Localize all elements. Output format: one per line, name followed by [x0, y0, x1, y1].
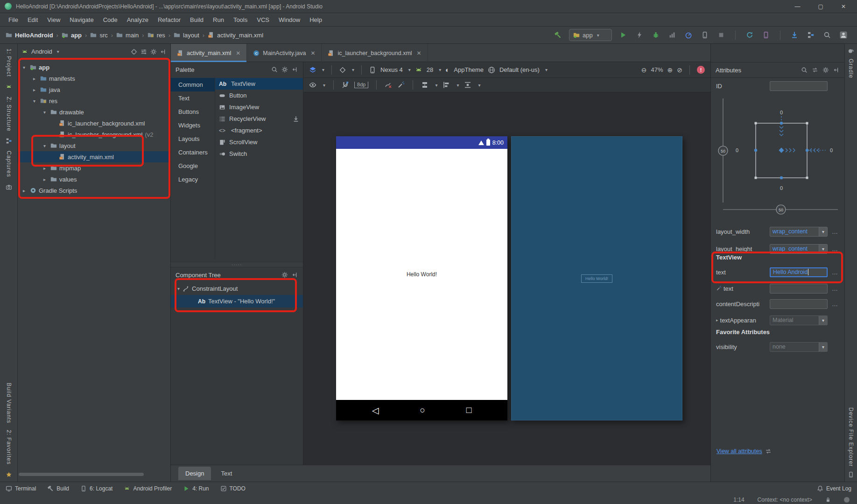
tree-item-manifests[interactable]: ▸ manifests: [18, 73, 170, 84]
chevron-down-icon[interactable]: ▾: [323, 83, 325, 88]
chevron-right-icon[interactable]: ▸: [21, 188, 28, 193]
chevron-down-icon[interactable]: ▾: [41, 143, 48, 148]
tree-item-res[interactable]: ▾ res: [18, 95, 170, 106]
tool-button-build-variants[interactable]: Build Variants: [6, 383, 12, 423]
zoom-to-fit-button[interactable]: ⊘: [677, 66, 682, 74]
menu-code[interactable]: Code: [98, 14, 122, 26]
hello-world-text[interactable]: Hello World!: [407, 271, 437, 278]
project-structure-button[interactable]: [806, 30, 816, 40]
structure-icon[interactable]: [6, 138, 12, 144]
breadcrumb-project[interactable]: HelloAndroid: [6, 32, 53, 39]
visibility-select[interactable]: none: [770, 342, 828, 352]
tree-item-ic-launcher-foreground[interactable]: ic_launcher_foreground.xml (v2: [18, 129, 170, 140]
tree-item-java[interactable]: ▸ java: [18, 84, 170, 95]
autoconnect-magnet-icon[interactable]: [342, 81, 349, 89]
menu-refactor[interactable]: Refactor: [153, 14, 185, 26]
default-margin-button[interactable]: 8dp: [354, 82, 368, 88]
sdk-manager-button[interactable]: [789, 30, 800, 40]
menu-run[interactable]: Run: [208, 14, 229, 26]
menu-analyze[interactable]: Analyze: [122, 14, 153, 26]
palette-category-layouts[interactable]: Layouts: [171, 132, 215, 146]
palette-item-scrollview[interactable]: ScrollView: [215, 136, 303, 148]
tree-item-mipmap[interactable]: ▸ mipmap: [18, 162, 170, 174]
breadcrumb-app[interactable]: app: [62, 32, 82, 39]
locate-crosshair-icon[interactable]: [131, 49, 137, 55]
tree-item-ic-launcher-background[interactable]: ic_launcher_background.xml: [18, 118, 170, 129]
clear-constraints-icon[interactable]: [385, 81, 392, 89]
tree-item-drawable[interactable]: ▾ drawable: [18, 106, 170, 118]
menu-tools[interactable]: Tools: [229, 14, 252, 26]
gear-icon[interactable]: [281, 272, 288, 278]
search-icon[interactable]: [271, 66, 278, 73]
breadcrumb-res[interactable]: res: [148, 32, 165, 39]
tool-button-captures[interactable]: Captures: [6, 151, 12, 177]
content-description-input[interactable]: [770, 299, 828, 309]
menu-navigate[interactable]: Navigate: [65, 14, 98, 26]
sync-project-button[interactable]: [745, 30, 755, 40]
chevron-down-icon[interactable]: ▾: [435, 83, 437, 88]
attach-debugger-button[interactable]: [700, 30, 710, 40]
palette-category-widgets[interactable]: Widgets: [171, 119, 215, 132]
palette-category-containers[interactable]: Containers: [171, 146, 215, 159]
run-configuration-select[interactable]: app ▾: [569, 29, 612, 41]
tab-activity-main-xml[interactable]: activity_main.xml ✕: [171, 44, 247, 62]
menu-help[interactable]: Help: [305, 14, 327, 26]
palette-category-buttons[interactable]: Buttons: [171, 105, 215, 119]
palette-item-switch[interactable]: Switch: [215, 148, 303, 160]
menu-file[interactable]: File: [4, 14, 23, 26]
tool-button-event-log[interactable]: Event Log: [817, 485, 851, 492]
orientation-icon[interactable]: [339, 66, 346, 74]
design-canvas[interactable]: 8:00 Hello World! ◁ ○ □ Hello World!: [303, 93, 710, 465]
design-blueprint-layers-icon[interactable]: [309, 66, 316, 74]
tree-item-app[interactable]: ▾ app: [18, 62, 170, 73]
close-icon[interactable]: ✕: [310, 50, 315, 56]
chevron-right-icon[interactable]: ▸: [31, 87, 38, 92]
tool-button-android-profiler[interactable]: Android Profiler: [124, 485, 172, 492]
tool-button-project[interactable]: 1: Project: [6, 49, 12, 77]
error-badge[interactable]: !: [697, 66, 705, 74]
breadcrumb-file[interactable]: activity_main.xml: [208, 32, 263, 39]
android-profiler-button[interactable]: [683, 30, 694, 40]
tool-button-run[interactable]: 4: Run: [183, 485, 209, 492]
view-options-eye-icon[interactable]: [309, 81, 316, 89]
swap-panel-icon[interactable]: [812, 67, 818, 73]
download-icon[interactable]: [293, 116, 299, 122]
blueprint-view[interactable]: Hello World!: [511, 136, 682, 420]
caret-position[interactable]: 1:14: [733, 497, 744, 503]
layout-height-select[interactable]: wrap_content: [770, 244, 828, 254]
device-preview[interactable]: 8:00 Hello World! ◁ ○ □: [336, 136, 507, 420]
gear-icon[interactable]: [822, 67, 829, 73]
build-hammer-button[interactable]: [553, 30, 563, 40]
chevron-down-icon[interactable]: ▾: [177, 286, 180, 291]
run-button[interactable]: [618, 30, 628, 40]
more-button[interactable]: …: [832, 301, 838, 308]
search-everywhere-button[interactable]: [822, 30, 832, 40]
gradle-elephant-icon[interactable]: [848, 48, 854, 54]
breadcrumb-main[interactable]: main: [116, 32, 139, 39]
gear-icon[interactable]: [150, 49, 157, 55]
close-icon[interactable]: ✕: [236, 50, 240, 56]
stop-button[interactable]: [716, 30, 726, 40]
chevron-right-icon[interactable]: ▸: [31, 76, 38, 81]
minimize-button[interactable]: —: [795, 3, 801, 10]
panel-splitter[interactable]: ∙∙∙∙∙: [171, 262, 303, 267]
device-select[interactable]: Nexus 4: [380, 66, 403, 73]
infer-constraints-wand-icon[interactable]: [397, 81, 405, 89]
design-text-input[interactable]: [770, 284, 828, 294]
more-button[interactable]: …: [832, 269, 838, 276]
menu-view[interactable]: View: [42, 14, 65, 26]
user-avatar[interactable]: [838, 30, 849, 40]
more-button[interactable]: …: [832, 245, 838, 252]
device-file-explorer-icon[interactable]: [848, 471, 854, 478]
project-view-selector[interactable]: Android: [31, 48, 52, 55]
tree-item-layout[interactable]: ▾ layout: [18, 140, 170, 151]
palette-item-fragment[interactable]: <> <fragment>: [215, 125, 303, 136]
palette-item-imageview[interactable]: ImageView: [215, 101, 303, 113]
palette-item-textview[interactable]: Ab TextView: [215, 78, 303, 90]
chevron-down-icon[interactable]: ▾: [352, 67, 354, 72]
chevron-down-icon[interactable]: ▾: [31, 98, 38, 104]
debug-button[interactable]: [651, 30, 661, 40]
hide-panel-icon[interactable]: [160, 49, 167, 55]
palette-category-legacy[interactable]: Legacy: [171, 173, 215, 186]
hide-panel-icon[interactable]: [292, 272, 298, 278]
